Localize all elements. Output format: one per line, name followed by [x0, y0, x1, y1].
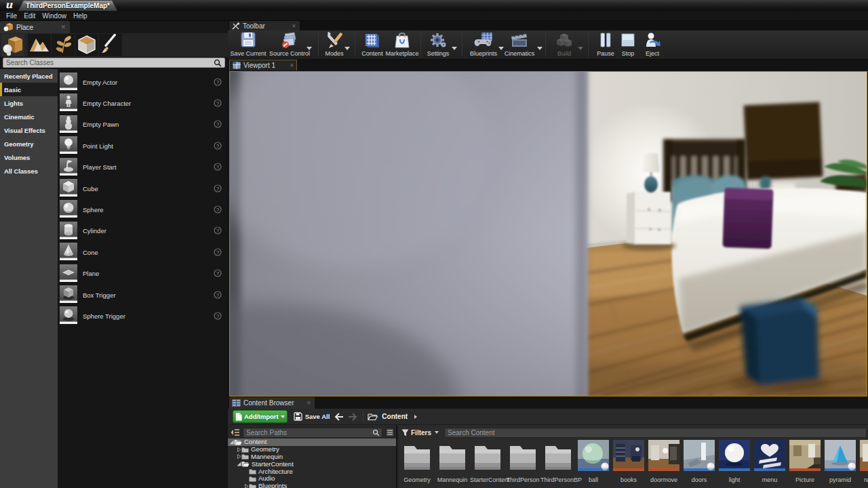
- help-circle-icon[interactable]: ?: [214, 269, 222, 277]
- asset-folder-thirdpersonbp[interactable]: ThirdPersonBP: [540, 440, 576, 483]
- help-circle-icon[interactable]: ?: [214, 120, 222, 128]
- help-circle-icon[interactable]: ?: [214, 205, 222, 214]
- tab-content-browser[interactable]: Content Browser ✕: [229, 397, 315, 409]
- asset-picture[interactable]: Picture: [787, 440, 823, 483]
- asset-folder-startercontent[interactable]: StarterContent: [470, 440, 505, 483]
- menu-window[interactable]: Window: [41, 12, 68, 20]
- eject-button[interactable]: Eject: [640, 31, 665, 58]
- category-all-classes[interactable]: All Classes: [0, 164, 58, 178]
- content-browser-tab-close-icon[interactable]: ✕: [307, 400, 311, 406]
- place-item-empty-actor[interactable]: Empty Actor?: [58, 71, 225, 92]
- modes-button[interactable]: Modes: [321, 31, 347, 58]
- back-arrow-icon[interactable]: [334, 413, 344, 421]
- tree-node-audio[interactable]: Audio: [228, 475, 396, 483]
- tree-node-content[interactable]: Content: [228, 439, 396, 446]
- marketplace-button[interactable]: Marketplace: [382, 31, 422, 58]
- source-control-button[interactable]: Source Control: [269, 31, 310, 58]
- breadcrumb[interactable]: Content: [368, 413, 417, 421]
- place-item-box-trigger[interactable]: Box Trigger?: [58, 284, 225, 305]
- help-circle-icon[interactable]: ?: [214, 291, 222, 299]
- expander-closed-icon[interactable]: [237, 454, 241, 459]
- place-item-sphere[interactable]: Sphere?: [58, 199, 225, 220]
- asset-folder-geometry[interactable]: Geometry: [399, 440, 435, 483]
- add-import-button[interactable]: Add/Import: [233, 410, 288, 423]
- build-button[interactable]: Build: [552, 31, 576, 58]
- source-control-caret-icon[interactable]: [307, 47, 312, 50]
- search-paths-input[interactable]: [243, 429, 372, 436]
- build-caret-icon[interactable]: [578, 47, 583, 50]
- mode-foliage-button[interactable]: [52, 34, 75, 56]
- asset-folder-mannequin[interactable]: Mannequin: [435, 440, 470, 483]
- menu-help[interactable]: Help: [72, 12, 89, 20]
- asset-books[interactable]: books: [611, 440, 646, 483]
- place-item-cylinder[interactable]: Cylinder?: [58, 220, 225, 241]
- viewport-tab-close-icon[interactable]: ✕: [290, 62, 294, 68]
- toolbar-tab-close-icon[interactable]: ✕: [292, 23, 296, 29]
- stop-button[interactable]: Stop: [616, 31, 639, 58]
- expander-closed-icon[interactable]: [237, 447, 241, 452]
- expander-open-icon[interactable]: [237, 462, 241, 466]
- place-item-sphere-trigger[interactable]: Sphere Trigger?: [58, 305, 225, 326]
- asset-folder-thirdperson[interactable]: ThirdPerson: [505, 440, 540, 483]
- mode-paint-button[interactable]: [99, 34, 122, 56]
- place-item-cone[interactable]: Cone?: [58, 241, 225, 262]
- category-recently-placed[interactable]: Recently Placed: [0, 69, 58, 83]
- help-circle-icon[interactable]: ?: [214, 312, 222, 320]
- place-item-cube[interactable]: Cube?: [58, 178, 225, 199]
- help-circle-icon[interactable]: ?: [214, 99, 222, 107]
- expander-open-icon[interactable]: [229, 440, 234, 445]
- place-item-plane[interactable]: Plane?: [58, 263, 225, 284]
- save-all-button[interactable]: Save All: [294, 412, 330, 421]
- forward-arrow-icon[interactable]: [347, 413, 357, 421]
- search-content-input[interactable]: [445, 429, 866, 436]
- asset-menu[interactable]: menu: [752, 440, 787, 483]
- mode-landscape-button[interactable]: [28, 34, 51, 56]
- tab-toolbar[interactable]: Toolbar ✕: [229, 21, 300, 30]
- asset-doormove[interactable]: doormove: [646, 440, 682, 483]
- category-cinematic[interactable]: Cinematic: [0, 110, 58, 123]
- help-circle-icon[interactable]: ?: [214, 248, 222, 256]
- view-options-icon[interactable]: [385, 428, 395, 437]
- asset-light[interactable]: light: [717, 440, 752, 483]
- blueprints-button[interactable]: Blueprints: [466, 31, 501, 58]
- search-classes-input[interactable]: [3, 59, 214, 66]
- place-item-player-start[interactable]: Player Start?: [58, 157, 225, 178]
- category-geometry[interactable]: Geometry: [0, 137, 58, 150]
- place-item-point-light[interactable]: Point Light?: [58, 135, 225, 156]
- content-button[interactable]: Content: [359, 31, 386, 58]
- place-item-empty-character[interactable]: Empty Character?: [58, 92, 225, 113]
- tree-node-geometry[interactable]: Geometry: [228, 446, 396, 453]
- tab-place[interactable]: Place ✕: [0, 21, 70, 33]
- pause-button[interactable]: Pause: [592, 31, 619, 58]
- filters-button[interactable]: Filters: [401, 429, 439, 436]
- asset-respawn[interactable]: respawn: [858, 440, 868, 483]
- settings-caret-icon[interactable]: [452, 47, 457, 50]
- category-visual-effects[interactable]: Visual Effects: [0, 123, 58, 137]
- place-item-empty-pawn[interactable]: Empty Pawn?: [58, 114, 225, 135]
- settings-button[interactable]: Settings: [423, 31, 453, 58]
- category-volumes[interactable]: Volumes: [0, 150, 58, 164]
- tree-node-blueprints[interactable]: Blueprints: [228, 483, 396, 488]
- tab-viewport-1[interactable]: Viewport 1 ✕: [229, 60, 297, 70]
- help-circle-icon[interactable]: ?: [214, 184, 222, 192]
- asset-pyramid[interactable]: pyramid: [823, 440, 858, 483]
- save-current-button[interactable]: Save Current: [229, 31, 268, 58]
- tree-node-startercontent[interactable]: StarterContent: [228, 460, 396, 468]
- viewport-3d-scene[interactable]: [229, 71, 867, 396]
- tree-node-architecture[interactable]: Architecture: [228, 468, 396, 475]
- menu-file[interactable]: File: [5, 12, 18, 20]
- mode-geometry-button[interactable]: [75, 34, 98, 56]
- tree-node-mannequin[interactable]: Mannequin: [228, 453, 396, 461]
- help-circle-icon[interactable]: ?: [214, 142, 222, 150]
- menu-edit[interactable]: Edit: [22, 12, 37, 20]
- cinematics-button[interactable]: Cinematics: [500, 31, 538, 58]
- mode-place-button[interactable]: [1, 34, 24, 56]
- category-basic[interactable]: Basic: [0, 83, 58, 96]
- modes-caret-icon[interactable]: [344, 47, 350, 50]
- asset-doors[interactable]: doors: [682, 440, 717, 483]
- help-circle-icon[interactable]: ?: [214, 78, 222, 86]
- place-tab-close-icon[interactable]: ✕: [60, 24, 66, 30]
- expander-closed-icon[interactable]: [244, 484, 249, 488]
- collapse-sources-icon[interactable]: [231, 428, 240, 436]
- help-circle-icon[interactable]: ?: [214, 163, 222, 171]
